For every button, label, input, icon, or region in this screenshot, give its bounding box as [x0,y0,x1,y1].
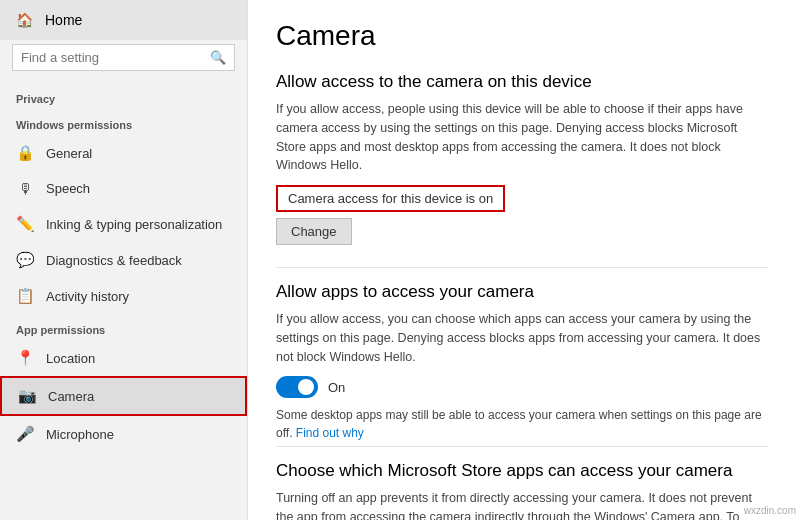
sidebar-item-microphone[interactable]: 🎤 Microphone [0,416,247,452]
section2-title: Allow apps to access your camera [276,282,768,302]
home-icon: 🏠 [16,12,33,28]
section3-description: Turning off an app prevents it from dire… [276,489,768,520]
camera-status-text: Camera access for this device is on [288,191,493,206]
sidebar-item-camera[interactable]: 📷 Camera [0,376,247,416]
section2-description: If you allow access, you can choose whic… [276,310,768,366]
search-input[interactable] [21,50,204,65]
sidebar-item-inking-label: Inking & typing personalization [46,217,222,232]
divider-2 [276,446,768,447]
sidebar-item-general-label: General [46,146,92,161]
sidebar-home[interactable]: 🏠 Home [0,0,247,40]
app-permissions-label: App permissions [0,314,247,340]
section1-description: If you allow access, people using this d… [276,100,768,175]
inking-icon: ✏️ [16,215,34,233]
sidebar-item-diagnostics[interactable]: 💬 Diagnostics & feedback [0,242,247,278]
sidebar-item-speech-label: Speech [46,181,90,196]
microphone-icon: 🎤 [16,425,34,443]
location-icon: 📍 [16,349,34,367]
toggle-row: On [276,376,768,398]
search-icon: 🔍 [210,50,226,65]
windows-permissions-label: Windows permissions [0,109,247,135]
sidebar-item-activity[interactable]: 📋 Activity history [0,278,247,314]
section1-title: Allow access to the camera on this devic… [276,72,768,92]
sidebar-item-diagnostics-label: Diagnostics & feedback [46,253,182,268]
privacy-label: Privacy [0,83,247,109]
main-content: Camera Allow access to the camera on thi… [248,0,800,520]
section3-title: Choose which Microsoft Store apps can ac… [276,461,768,481]
section-store-apps: Choose which Microsoft Store apps can ac… [276,461,768,520]
section-device-access: Allow access to the camera on this devic… [276,72,768,263]
sidebar-item-camera-label: Camera [48,389,94,404]
find-out-link[interactable]: Find out why [296,426,364,440]
divider-1 [276,267,768,268]
note-text: Some desktop apps may still be able to a… [276,406,768,442]
watermark: wxzdin.com [744,505,796,516]
change-button[interactable]: Change [276,218,352,245]
diagnostics-icon: 💬 [16,251,34,269]
sidebar-item-inking[interactable]: ✏️ Inking & typing personalization [0,206,247,242]
sidebar: 🏠 Home 🔍 Privacy Windows permissions 🔒 G… [0,0,248,520]
camera-icon: 📷 [18,387,36,405]
search-box: 🔍 [12,44,235,71]
camera-status-box: Camera access for this device is on [276,185,505,212]
sidebar-item-location-label: Location [46,351,95,366]
page-title: Camera [276,20,768,52]
section-app-access: Allow apps to access your camera If you … [276,282,768,442]
activity-icon: 📋 [16,287,34,305]
sidebar-item-location[interactable]: 📍 Location [0,340,247,376]
sidebar-item-general[interactable]: 🔒 General [0,135,247,171]
toggle-label: On [328,380,345,395]
general-icon: 🔒 [16,144,34,162]
sidebar-item-microphone-label: Microphone [46,427,114,442]
sidebar-item-activity-label: Activity history [46,289,129,304]
speech-icon: 🎙 [16,180,34,197]
camera-toggle[interactable] [276,376,318,398]
sidebar-home-label: Home [45,12,82,28]
sidebar-item-speech[interactable]: 🎙 Speech [0,171,247,206]
